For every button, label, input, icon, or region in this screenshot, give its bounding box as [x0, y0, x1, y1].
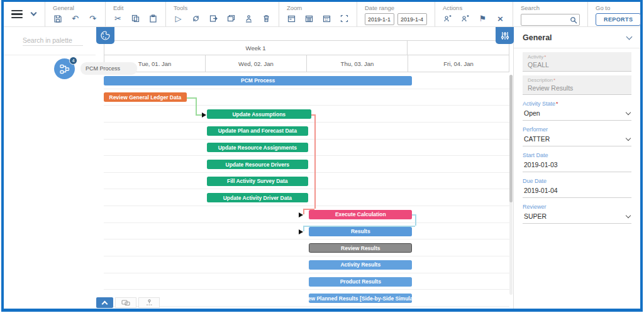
- gantt-task-bar[interactable]: Results: [309, 227, 412, 236]
- connector-arrow-icon: [202, 113, 206, 118]
- cut-icon[interactable]: ✂: [113, 14, 123, 23]
- connector-arrow-icon: [299, 229, 303, 234]
- day-header-cell: Wed, 02. Jan: [206, 55, 307, 72]
- inspector-separator: [514, 48, 640, 48]
- field-due-date: Due Date2019-01-04: [523, 178, 631, 198]
- chevron-down-icon[interactable]: [31, 10, 37, 16]
- gantt-task-bar[interactable]: Fill Activity Survey Data: [207, 177, 308, 186]
- chevron-down-icon: [626, 135, 631, 140]
- gantt-task-bar[interactable]: Update Assumptions: [207, 109, 311, 119]
- group-label-zoom: Zoom: [287, 4, 349, 11]
- gantt-task-bar[interactable]: Update Plan and Forecast Data: [207, 126, 308, 136]
- duplicate-window-icon[interactable]: [226, 14, 236, 23]
- gantt-settings-button[interactable]: [496, 27, 514, 44]
- reports-button[interactable]: REPORTS: [596, 13, 641, 26]
- date-to-input[interactable]: [397, 13, 427, 25]
- run-icon[interactable]: ▷: [174, 14, 183, 23]
- field-description: Description*Review Results: [523, 75, 631, 95]
- gantt-task-bar[interactable]: Review Results: [309, 243, 412, 253]
- due-date-input[interactable]: 2019-01-04: [523, 184, 631, 198]
- palette-item-badge: 4: [69, 57, 77, 65]
- toolbar-group-edit: Edit ✂: [105, 2, 165, 26]
- assign-user-icon[interactable]: [244, 14, 253, 23]
- group-label-search: Search: [521, 4, 580, 11]
- gantt-task-bar[interactable]: Product Results: [309, 277, 412, 287]
- activity-state-dropdown[interactable]: Open: [523, 107, 631, 121]
- gantt-scrollbar-thumb[interactable]: [509, 75, 513, 202]
- export-icon[interactable]: [209, 14, 218, 23]
- gantt-task-bar[interactable]: Review Planned Results [Side-by-Side Sim…: [309, 294, 412, 303]
- field-activity-state: Activity State*Open: [523, 101, 631, 121]
- palette-search-input[interactable]: [23, 35, 83, 46]
- group-label-tools: Tools: [174, 4, 271, 11]
- chevron-down-icon: [626, 212, 631, 217]
- toolbar-group-search: Search: [513, 2, 588, 26]
- connector-arrow-icon: [299, 212, 303, 217]
- gantt-task-bar[interactable]: Activity Results: [309, 260, 412, 270]
- field-activity: Activity*QEALL: [523, 52, 631, 72]
- process-icon[interactable]: [191, 14, 201, 23]
- connector-line: [415, 214, 416, 226]
- collapse-panel-button[interactable]: [96, 297, 113, 308]
- inspector-collapse-icon[interactable]: [626, 34, 633, 40]
- zoom-day-icon[interactable]: [287, 14, 296, 23]
- palette-toggle-button[interactable]: [96, 27, 114, 44]
- toolbar: General ↶ ↷ Edit ✂ Tools: [4, 2, 640, 27]
- connector-line: [303, 226, 415, 227]
- gantt-task-bar[interactable]: Update Resource Assignments: [207, 143, 308, 152]
- group-label-date-range: Date range: [365, 4, 427, 11]
- redo-icon[interactable]: ↷: [88, 14, 97, 23]
- search-icon[interactable]: [570, 15, 577, 26]
- inspector-fields: Activity*QEALLDescription*Review Results…: [523, 52, 631, 224]
- save-icon[interactable]: [53, 14, 62, 23]
- gantt-task-bar[interactable]: Update Resource Drivers: [207, 160, 308, 169]
- palette-item-label: PCM Process: [80, 62, 137, 75]
- copy-icon[interactable]: [131, 14, 140, 23]
- gantt-task-bar[interactable]: Execute Calculation: [309, 210, 412, 219]
- connector-line: [303, 209, 304, 214]
- connector-line: [303, 226, 304, 231]
- gantt-task-bar[interactable]: Update Activity Driver Data: [207, 193, 308, 202]
- delete-icon[interactable]: [262, 14, 271, 23]
- undo-icon[interactable]: ↶: [70, 14, 80, 23]
- toolbar-group-zoom: Zoom 12: [279, 2, 357, 26]
- toolbar-group-date-range: Date range: [357, 2, 435, 26]
- zoom-month-icon[interactable]: 12: [322, 14, 331, 23]
- date-from-input[interactable]: [365, 13, 394, 25]
- remove-performer-icon[interactable]: [460, 14, 470, 23]
- clear-icon[interactable]: ×: [496, 14, 505, 23]
- group-label-edit: Edit: [113, 4, 158, 11]
- toolbar-group-actions: Actions ⚑ ×: [435, 2, 513, 26]
- main-area: PCM Process 4: [4, 27, 640, 309]
- gantt-task-bar[interactable]: Review General Ledger Data: [104, 92, 187, 102]
- paste-icon[interactable]: [148, 14, 158, 23]
- day-header-row: Tue, 01. JanWed, 02. JanThu, 03. JanFri,…: [104, 55, 509, 72]
- zoom-week-icon[interactable]: [304, 14, 314, 23]
- reviewer-dropdown[interactable]: SUPER: [523, 210, 631, 224]
- connector-line: [196, 97, 197, 114]
- gantt-row: [104, 239, 509, 256]
- toolbar-group-goto: Go to REPORTS: [588, 2, 644, 26]
- group-label-general: General: [53, 4, 97, 11]
- zoom-fit-icon[interactable]: [340, 14, 349, 23]
- gantt-task-bar[interactable]: PCM Process: [104, 76, 412, 85]
- performer-dropdown[interactable]: CATTER: [523, 133, 631, 146]
- palette-divider: [4, 55, 96, 55]
- hierarchy-view-tab[interactable]: [138, 297, 160, 308]
- toolbar-group-general: General ↶ ↷: [45, 2, 105, 26]
- add-performer-icon[interactable]: [443, 14, 452, 23]
- app-frame: General ↶ ↷ Edit ✂ Tools: [1, 0, 643, 312]
- gantt-row: [104, 273, 509, 290]
- gantt-bottom-controls: [96, 297, 160, 308]
- connector-line: [303, 209, 314, 210]
- palette-item-pcm-process[interactable]: PCM Process 4: [4, 58, 136, 80]
- gantt-row: [104, 290, 509, 307]
- gantt-view-tab[interactable]: [115, 297, 136, 308]
- gantt-scrollbar[interactable]: [509, 75, 513, 295]
- menu-icon[interactable]: [11, 10, 23, 18]
- start-date-input[interactable]: 2019-01-03: [523, 158, 631, 172]
- toolbar-group-tools: Tools ▷: [165, 2, 279, 26]
- field-reviewer: ReviewerSUPER: [523, 204, 631, 224]
- palette-panel: PCM Process 4: [4, 27, 96, 309]
- flag-icon[interactable]: ⚑: [478, 14, 487, 23]
